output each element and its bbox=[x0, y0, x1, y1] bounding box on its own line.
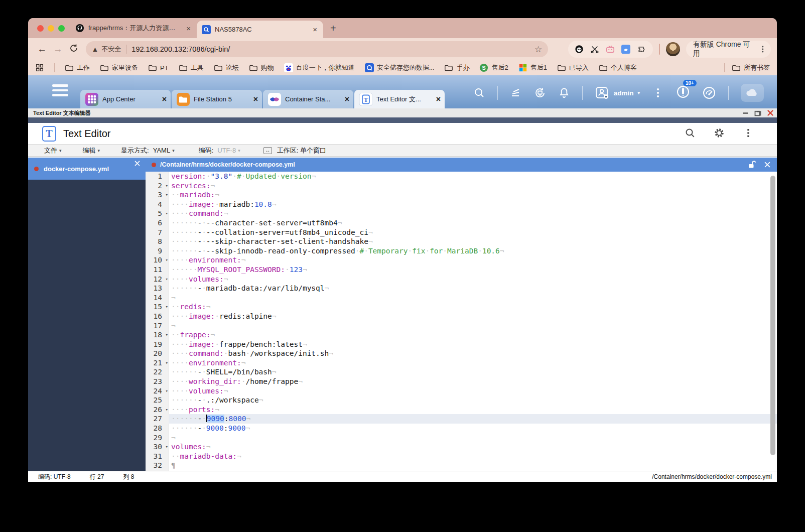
code-line[interactable]: 23····working_dir:·/home/frappe¬ bbox=[146, 377, 777, 386]
code-line[interactable]: 19····image:·frappe/bench:latest¬ bbox=[146, 340, 777, 349]
code-line[interactable]: 25······-·.:/workspace¬ bbox=[146, 395, 777, 405]
code-line[interactable]: 17¬ bbox=[146, 321, 777, 331]
code-line[interactable]: 20····command:·bash·/workspace/init.sh¬ bbox=[146, 349, 777, 358]
code-line-text[interactable]: ······-·9000:9000¬ bbox=[169, 424, 777, 433]
code-line-text[interactable]: ····environment:¬ bbox=[169, 358, 777, 368]
code-line-text[interactable]: ··mariadb-data:¬ bbox=[169, 452, 777, 461]
code-line[interactable]: 24▾····volumes:¬ bbox=[146, 386, 777, 396]
fold-arrow-icon[interactable]: ▾ bbox=[166, 302, 168, 312]
code-line-text[interactable]: ······MYSQL_ROOT_PASSWORD:·123¬ bbox=[169, 265, 777, 275]
code-line-text[interactable]: ····volumes:¬ bbox=[169, 386, 777, 396]
code-line[interactable]: 11······MYSQL_ROOT_PASSWORD:·123¬ bbox=[146, 265, 777, 275]
code-line[interactable]: 21▾····environment:¬ bbox=[146, 358, 777, 368]
fold-arrow-icon[interactable]: ▾ bbox=[166, 275, 168, 284]
line-number[interactable]: 27 bbox=[146, 414, 169, 424]
security-chip[interactable]: ▲ 不安全 bbox=[92, 45, 121, 54]
taskbar-tab-container[interactable]: Container Sta...× bbox=[263, 90, 353, 108]
bookmark-item[interactable]: 购物 bbox=[249, 63, 274, 72]
line-number[interactable]: 16 bbox=[146, 312, 169, 321]
notifications-bell-icon[interactable] bbox=[558, 87, 570, 99]
code-line[interactable]: 1version:·"3.8"·#·Updated·version¬ bbox=[146, 172, 777, 181]
address-bar[interactable]: ▲ 不安全 192.168.200.132:7086/cgi-bin/ ☆ bbox=[86, 41, 549, 57]
line-number[interactable]: 20 bbox=[146, 349, 169, 358]
code-line-text[interactable]: ····command:·bash·/workspace/init.sh¬ bbox=[169, 349, 777, 358]
line-number[interactable]: 18▾ bbox=[146, 330, 169, 340]
maximize-icon[interactable] bbox=[754, 109, 761, 116]
close-app-icon[interactable]: × bbox=[162, 95, 167, 104]
code-line-text[interactable]: ····command:¬ bbox=[169, 209, 777, 218]
code-line-text[interactable]: ······-·--collation-server=utf8mb4_unico… bbox=[169, 228, 777, 237]
minimize-icon[interactable] bbox=[742, 109, 749, 116]
line-number[interactable]: 12▾ bbox=[146, 275, 169, 284]
fold-arrow-icon[interactable]: ▾ bbox=[166, 442, 168, 452]
line-number[interactable]: 25 bbox=[146, 395, 169, 405]
line-number[interactable]: 8 bbox=[146, 237, 169, 246]
dashboard-icon[interactable] bbox=[702, 86, 716, 100]
line-number[interactable]: 21▾ bbox=[146, 358, 169, 368]
code-line[interactable]: 27······-·9090:8000¬ bbox=[146, 414, 777, 424]
code-line[interactable]: 28······-·9000:9000¬ bbox=[146, 424, 777, 433]
code-line-text[interactable]: ··frappe:¬ bbox=[169, 330, 777, 340]
line-number[interactable]: 1 bbox=[146, 172, 169, 181]
close-app-icon[interactable]: × bbox=[436, 95, 441, 104]
background-tasks-icon[interactable] bbox=[510, 87, 522, 99]
all-bookmarks-button[interactable]: 所有书签 bbox=[732, 63, 770, 72]
encoding-select[interactable]: UTF-8▾ bbox=[217, 147, 240, 154]
bookmark-item[interactable]: 已导入 bbox=[557, 63, 589, 72]
code-line[interactable]: 15▾··redis:¬ bbox=[146, 302, 777, 312]
taskbar-tab-appcenter[interactable]: App Center× bbox=[80, 90, 171, 108]
bookmark-item[interactable]: 售后2 bbox=[479, 63, 508, 72]
bookmark-item[interactable]: 工作 bbox=[65, 63, 90, 72]
line-number[interactable]: 3▾ bbox=[146, 190, 169, 200]
code-line[interactable]: 22······-·SHELL=/bin/bash¬ bbox=[146, 367, 777, 377]
reload-button[interactable] bbox=[66, 44, 82, 55]
line-number[interactable]: 19 bbox=[146, 340, 169, 349]
code-line[interactable]: 12▾····volumes:¬ bbox=[146, 275, 777, 284]
code-line-text[interactable]: ······-·--skip-character-set-client-hand… bbox=[169, 237, 777, 246]
line-number[interactable]: 22 bbox=[146, 367, 169, 377]
search-icon[interactable] bbox=[473, 87, 485, 99]
code-line[interactable]: 9······-·--skip-innodb-read-only-compres… bbox=[146, 246, 777, 256]
line-number[interactable]: 4 bbox=[146, 200, 169, 209]
code-line-text[interactable]: ····ports:¬ bbox=[169, 405, 777, 415]
scrollbar-thumb[interactable] bbox=[770, 176, 775, 455]
sidebar-file-item[interactable]: docker-compose.yml bbox=[28, 158, 146, 180]
code-line[interactable]: 14¬ bbox=[146, 293, 777, 303]
extensions-puzzle-icon[interactable] bbox=[637, 45, 646, 54]
search-icon[interactable] bbox=[685, 127, 696, 139]
fold-arrow-icon[interactable]: ▾ bbox=[166, 255, 168, 265]
back-button[interactable]: ← bbox=[34, 44, 50, 55]
profile-avatar[interactable] bbox=[666, 42, 680, 56]
close-traffic-light[interactable] bbox=[37, 25, 44, 32]
view-mode-select[interactable]: YAML▾ bbox=[153, 147, 175, 154]
code-line-text[interactable]: ······-·--character-set-server=utf8mb4¬ bbox=[169, 218, 777, 228]
line-number[interactable]: 7 bbox=[146, 228, 169, 237]
url-text[interactable]: 192.168.200.132:7086/cgi-bin/ bbox=[131, 45, 230, 53]
line-number[interactable]: 17 bbox=[146, 321, 169, 331]
close-icon[interactable] bbox=[767, 109, 774, 116]
code-line[interactable]: 30▾volumes:¬ bbox=[146, 442, 777, 452]
line-number[interactable]: 31 bbox=[146, 452, 169, 461]
code-line-text[interactable]: ····image:·mariadb:10.8¬ bbox=[169, 200, 777, 209]
code-line-text[interactable]: ····image:·redis:alpine¬ bbox=[169, 312, 777, 321]
code-editor[interactable]: 1version:·"3.8"·#·Updated·version¬2▾serv… bbox=[146, 172, 777, 471]
extension-blue-icon[interactable] bbox=[621, 45, 630, 54]
code-line-text[interactable]: ··redis:¬ bbox=[169, 302, 777, 312]
fold-arrow-icon[interactable]: ▾ bbox=[166, 330, 168, 340]
bookmark-item[interactable]: PT bbox=[148, 63, 169, 72]
code-line[interactable]: 29¬ bbox=[146, 433, 777, 443]
code-line-text[interactable]: ····image:·frappe/bench:latest¬ bbox=[169, 340, 777, 349]
browser-menu-icon[interactable] bbox=[759, 45, 767, 53]
line-number[interactable]: 24▾ bbox=[146, 386, 169, 396]
menu-file[interactable]: 文件▾ bbox=[44, 146, 62, 155]
bookmark-item[interactable]: 家里设备 bbox=[100, 63, 138, 72]
line-number[interactable]: 15▾ bbox=[146, 302, 169, 312]
code-line[interactable]: 6······-·--character-set-server=utf8mb4¬ bbox=[146, 218, 777, 228]
document-tab[interactable]: /Container/hrms/docker/docker-compose.ym… bbox=[146, 158, 777, 172]
line-number[interactable]: 26▾ bbox=[146, 405, 169, 415]
bookmark-item[interactable]: 百度一下，你就知道 bbox=[284, 63, 355, 72]
bookmark-star-icon[interactable]: ☆ bbox=[534, 44, 542, 55]
code-line[interactable]: 5▾····command:¬ bbox=[146, 209, 777, 218]
line-number[interactable]: 28 bbox=[146, 424, 169, 433]
fold-arrow-icon[interactable]: ▾ bbox=[166, 190, 168, 200]
